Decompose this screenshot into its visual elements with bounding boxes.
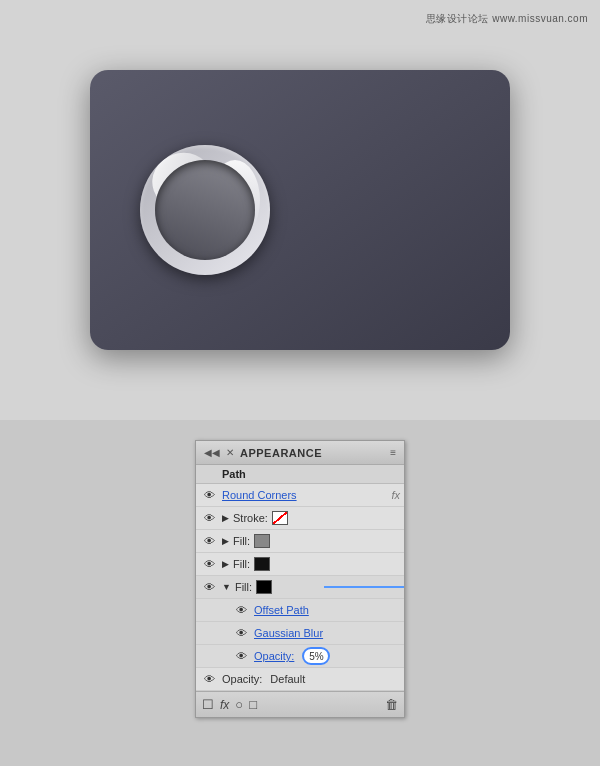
eye-icon-4[interactable]: 👁	[200, 555, 218, 573]
panel-title-area: ◀◀ ✕ APPEARANCE	[204, 447, 322, 459]
opacity-5-label[interactable]: Opacity:	[254, 650, 294, 662]
stroke-label: Stroke:	[233, 512, 268, 524]
panel-path-row: Path	[196, 465, 404, 484]
fill-gray-label: Fill:	[233, 535, 250, 547]
panel-controls: ≡	[390, 447, 396, 458]
eye-icon-1[interactable]: 👁	[200, 486, 218, 504]
fill-expanded-swatch[interactable]	[256, 580, 272, 594]
round-corners-row: 👁 Round Corners fx	[196, 484, 404, 507]
offset-path-content: Offset Path	[250, 604, 400, 616]
fx-badge: fx	[391, 489, 400, 501]
stroke-swatch[interactable]	[272, 511, 288, 525]
opacity-5-input[interactable]: 5%	[302, 647, 330, 665]
panel-title: APPEARANCE	[240, 447, 322, 459]
panel-scroll-area: 👁 Round Corners fx 👁 ▶ Stroke: 👁	[196, 484, 404, 691]
stroke-content: ▶ Stroke:	[218, 511, 400, 525]
opacity-5-content: Opacity: 5%	[250, 647, 400, 665]
toolbar-fx-icon[interactable]: fx	[220, 698, 229, 712]
opacity-default-value: Default	[270, 673, 305, 685]
fill-black-expand[interactable]: ▶	[222, 559, 229, 569]
eye-icon-7[interactable]: 👁	[232, 624, 250, 642]
arrow-line	[324, 586, 404, 588]
fill-gray-row: 👁 ▶ Fill:	[196, 530, 404, 553]
eye-icon-2[interactable]: 👁	[200, 509, 218, 527]
path-label: Path	[222, 468, 246, 480]
watermark-text: 思缘设计论坛 www.missvuan.com	[426, 12, 588, 26]
panel-toolbar: ☐ fx ○ □ 🗑	[196, 691, 404, 717]
opacity-default-row: 👁 Opacity: Default	[196, 668, 404, 691]
circle-inner	[155, 160, 255, 260]
fill-expanded-expand[interactable]: ▼	[222, 582, 231, 592]
gaussian-blur-row: 👁 Gaussian Blur Radius: 3px	[196, 622, 404, 645]
eye-icon-5[interactable]: 👁	[200, 578, 218, 596]
fill-black-row: 👁 ▶ Fill:	[196, 553, 404, 576]
toolbar-add-icon[interactable]: ☐	[202, 697, 214, 712]
design-card	[90, 70, 510, 350]
eye-icon-9[interactable]: 👁	[200, 670, 218, 688]
fill-expanded-row: 👁 ▼ Fill: R: 0 G: 0 B: 0	[196, 576, 404, 599]
toolbar-circle-icon[interactable]: ○	[235, 697, 243, 712]
gaussian-blur-label[interactable]: Gaussian Blur	[254, 627, 323, 639]
fill-gray-swatch[interactable]	[254, 534, 270, 548]
fill-gray-expand[interactable]: ▶	[222, 536, 229, 546]
opacity-5-row: 👁 Opacity: 5%	[196, 645, 404, 668]
canvas-area: 思缘设计论坛 www.missvuan.com	[0, 0, 600, 420]
fill-black-label: Fill:	[233, 558, 250, 570]
offset-path-label[interactable]: Offset Path	[254, 604, 309, 616]
panel-header: ◀◀ ✕ APPEARANCE ≡	[196, 441, 404, 465]
toolbar-delete-icon[interactable]: 🗑	[385, 697, 398, 712]
circle-icon	[140, 145, 270, 275]
stroke-expand[interactable]: ▶	[222, 513, 229, 523]
bottom-section: ◀◀ ✕ APPEARANCE ≡ Path 👁 Round Corners f…	[0, 420, 600, 766]
opacity-default-content: Opacity: Default	[218, 673, 400, 685]
fill-black-content: ▶ Fill:	[218, 557, 400, 571]
fill-black-swatch[interactable]	[254, 557, 270, 571]
opacity-default-label: Opacity:	[222, 673, 262, 685]
opacity-5-value: 5%	[309, 651, 323, 662]
fill-gray-content: ▶ Fill:	[218, 534, 400, 548]
stroke-row: 👁 ▶ Stroke:	[196, 507, 404, 530]
eye-icon-8[interactable]: 👁	[232, 647, 250, 665]
round-corners-label[interactable]: Round Corners	[222, 489, 297, 501]
round-corners-content: Round Corners fx	[218, 489, 400, 501]
gaussian-blur-content: Gaussian Blur	[250, 627, 400, 639]
fill-expanded-label: Fill:	[235, 581, 252, 593]
panel-close-btn[interactable]: ✕	[226, 447, 234, 458]
appearance-panel: ◀◀ ✕ APPEARANCE ≡ Path 👁 Round Corners f…	[195, 440, 405, 718]
panel-collapse-btn[interactable]: ◀◀	[204, 447, 220, 458]
panel-menu-icon[interactable]: ≡	[390, 447, 396, 458]
offset-path-row: 👁 Offset Path Offset: 5px	[196, 599, 404, 622]
eye-icon-6[interactable]: 👁	[232, 601, 250, 619]
toolbar-duplicate-icon[interactable]: □	[249, 697, 257, 712]
eye-icon-3[interactable]: 👁	[200, 532, 218, 550]
